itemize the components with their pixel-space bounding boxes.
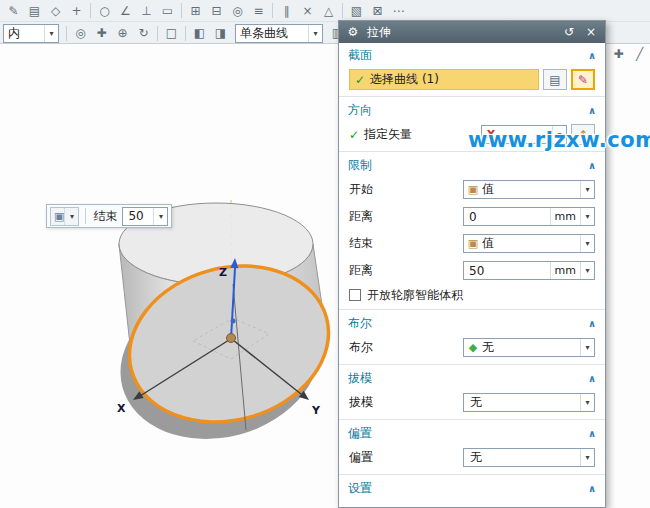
- chevron-down-icon[interactable]: ▾: [580, 181, 594, 198]
- toolbar-icon[interactable]: ↻: [133, 24, 154, 42]
- line-tool-icon[interactable]: ╱: [629, 45, 650, 63]
- toolbar-icon[interactable]: ∠: [115, 2, 136, 20]
- open-profile-checkbox[interactable]: [349, 289, 361, 301]
- chevron-down-icon[interactable]: ▾: [153, 208, 167, 225]
- section-header-limits[interactable]: 限制 ∧: [339, 155, 605, 176]
- end-limit-value: 值: [482, 235, 580, 252]
- toolbar-icon[interactable]: ⊠: [367, 2, 388, 20]
- boolean-dropdown[interactable]: ◆ 无 ▾: [463, 338, 595, 357]
- toolbar-icon[interactable]: ⊕: [112, 24, 133, 42]
- chevron-up-icon[interactable]: ∧: [588, 318, 596, 329]
- toolbar-icon[interactable]: ◧: [189, 24, 210, 42]
- section-header-draft[interactable]: 拔模 ∧: [339, 368, 605, 389]
- chevron-down-icon[interactable]: ▾: [580, 339, 594, 356]
- toolbar-icon[interactable]: ◨: [210, 24, 231, 42]
- check-icon: ✓: [355, 73, 365, 87]
- limit-type-button[interactable]: ▣ ▾: [50, 207, 79, 226]
- section-header-settings[interactable]: 设置 ∧: [339, 478, 605, 499]
- boolean-header-label: 布尔: [348, 315, 372, 332]
- draft-dropdown[interactable]: 无 ▾: [463, 393, 595, 412]
- scope-dropdown[interactable]: 内 ▾: [3, 24, 59, 43]
- selection-rectangle-icon[interactable]: □: [161, 24, 182, 42]
- viewport-corner-toolbar: ✚ ╱: [608, 45, 650, 63]
- chevron-down-icon[interactable]: ▾: [580, 394, 594, 411]
- dialog-title-bar[interactable]: ⚙ 拉伸 ↺ ×: [339, 21, 605, 43]
- toolbar-icon[interactable]: ◎: [227, 2, 248, 20]
- specify-vector-label: 指定矢量: [364, 126, 412, 143]
- section-header-offset[interactable]: 偏置 ∧: [339, 423, 605, 444]
- chevron-up-icon[interactable]: ∧: [588, 105, 596, 116]
- section-separator: [339, 96, 605, 97]
- chevron-down-icon[interactable]: ▾: [580, 262, 594, 279]
- dialog-body: 截面 ∧ ✓ 选择曲线 (1) ▤ ✎ 方向 ∧: [339, 43, 605, 507]
- toolbar-icon[interactable]: ◇: [45, 2, 66, 20]
- toolbar-icon[interactable]: ▤: [24, 2, 45, 20]
- plus-icon[interactable]: ✚: [608, 45, 629, 63]
- z-axis-label[interactable]: Z: [219, 266, 227, 279]
- chevron-up-icon[interactable]: ∧: [588, 483, 596, 494]
- application-window: ✎ ▤ ◇ + ○ ∠ ⊥ ▭ ⊞ ⊟ ◎ ≡ ∥ × △ ▧ ⊠ ⋯ 内: [0, 0, 650, 508]
- toolbar-icon[interactable]: ✚: [91, 24, 112, 42]
- boolean-label: 布尔: [349, 339, 373, 356]
- dialog-options-gear-icon[interactable]: ⚙: [345, 25, 361, 39]
- end-distance-input[interactable]: 50 ▾: [122, 207, 168, 226]
- chevron-up-icon[interactable]: ∧: [588, 373, 596, 384]
- toolbar-icon[interactable]: ×: [297, 2, 318, 20]
- chevron-down-icon[interactable]: ▾: [64, 208, 78, 225]
- toolbar-icon[interactable]: ✎: [3, 2, 24, 20]
- chevron-down-icon[interactable]: ▾: [44, 25, 58, 42]
- curve-rule-dropdown[interactable]: 单条曲线 ▾: [235, 24, 323, 43]
- chevron-down-icon[interactable]: ▾: [580, 208, 594, 225]
- toolbar-separator: [342, 3, 343, 18]
- offset-value: 无: [464, 449, 580, 466]
- toolbar-icon[interactable]: ⊥: [136, 2, 157, 20]
- y-axis-label[interactable]: Y: [311, 404, 321, 417]
- draft-row: 拔模 无 ▾: [339, 389, 605, 416]
- end-distance-value: 50: [464, 264, 550, 278]
- chevron-up-icon[interactable]: ∧: [588, 160, 596, 171]
- offset-dropdown[interactable]: 无 ▾: [463, 448, 595, 467]
- reset-icon[interactable]: ↺: [561, 25, 577, 39]
- sketch-section-button[interactable]: ✎: [571, 69, 595, 90]
- end-limit-dropdown[interactable]: ▣ 值 ▾: [463, 234, 595, 253]
- toolbar-icon[interactable]: ▭: [157, 2, 178, 20]
- toolbar-separator: [85, 208, 86, 224]
- curve-list-button[interactable]: ▤: [543, 69, 567, 90]
- toolbar-icon[interactable]: ≡: [248, 2, 269, 20]
- section-separator: [339, 474, 605, 475]
- toolbar-icon[interactable]: ◎: [70, 24, 91, 42]
- toolbar-icon[interactable]: ⊞: [185, 2, 206, 20]
- chevron-down-icon[interactable]: ▾: [580, 449, 594, 466]
- origin-drag-handle[interactable]: [227, 334, 236, 343]
- chevron-up-icon[interactable]: ∧: [588, 428, 596, 439]
- section-header-boolean[interactable]: 布尔 ∧: [339, 313, 605, 334]
- select-curve-field[interactable]: ✓ 选择曲线 (1): [349, 69, 539, 90]
- toolbar-icon[interactable]: ○: [94, 2, 115, 20]
- toolbar-icon[interactable]: △: [318, 2, 339, 20]
- on-screen-limit-toolbar: ▣ ▾ 结束 50 ▾: [46, 204, 172, 228]
- section-header-section[interactable]: 截面 ∧: [339, 45, 605, 66]
- chevron-down-icon[interactable]: ▾: [580, 235, 594, 252]
- cube-icon: ▣: [464, 183, 482, 196]
- start-limit-dropdown[interactable]: ▣ 值 ▾: [463, 180, 595, 199]
- end-label: 结束: [349, 235, 373, 252]
- start-distance-input[interactable]: 0 mm ▾: [463, 207, 595, 226]
- end-distance-input[interactable]: 50 mm ▾: [463, 261, 595, 280]
- toolbar-icon[interactable]: +: [66, 2, 87, 20]
- toolbar-icon[interactable]: ⋯: [388, 2, 409, 20]
- toolbar-icon[interactable]: ⊟: [206, 2, 227, 20]
- close-icon[interactable]: ×: [583, 25, 599, 39]
- x-axis-label[interactable]: X: [117, 402, 126, 415]
- limits-header-label: 限制: [348, 157, 372, 174]
- watermark: www.rjzxw.com: [468, 128, 650, 152]
- section-header-direction[interactable]: 方向 ∧: [339, 100, 605, 121]
- scope-value: 内: [8, 25, 44, 42]
- toolbar-icon[interactable]: ▧: [346, 2, 367, 20]
- cube-icon: ▣: [464, 237, 482, 250]
- sketch-icon: ✎: [578, 73, 588, 87]
- toolbar-icon[interactable]: ∥: [276, 2, 297, 20]
- chevron-down-icon[interactable]: ▾: [308, 25, 322, 42]
- chevron-up-icon[interactable]: ∧: [588, 50, 596, 61]
- open-profile-label: 开放轮廓智能体积: [367, 287, 463, 304]
- draft-value: 无: [464, 394, 580, 411]
